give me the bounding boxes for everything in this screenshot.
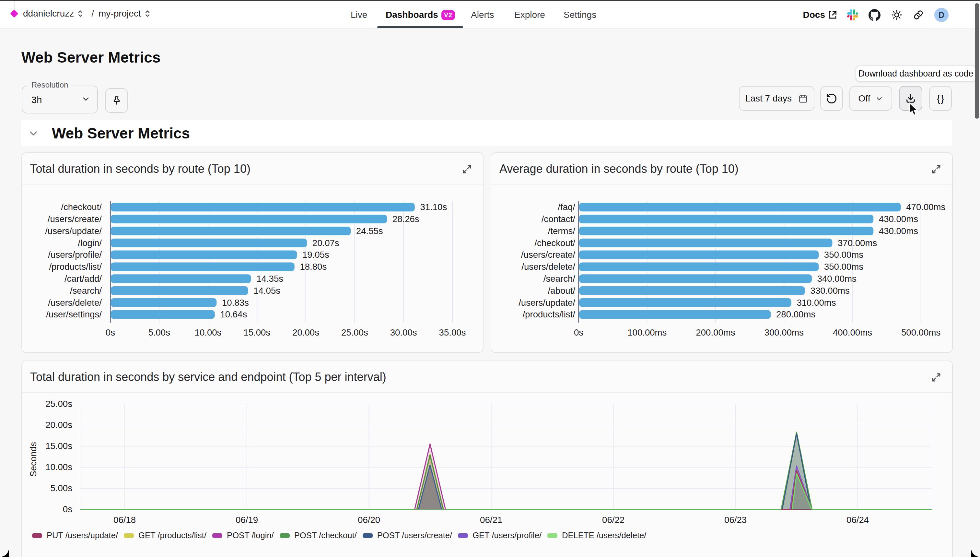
- svg-text:24.55s: 24.55s: [356, 226, 383, 236]
- svg-text:330.00ms: 330.00ms: [811, 285, 850, 295]
- svg-text:31.10s: 31.10s: [420, 202, 447, 212]
- svg-text:28.26s: 28.26s: [392, 214, 419, 224]
- svg-text:/cart/add/: /cart/add/: [64, 274, 101, 284]
- svg-text:0s: 0s: [574, 327, 583, 337]
- svg-text:470.00ms: 470.00ms: [906, 202, 945, 212]
- svg-text:300.00ms: 300.00ms: [764, 327, 804, 337]
- svg-text:0s: 0s: [105, 327, 115, 337]
- svg-text:0s: 0s: [63, 504, 72, 514]
- svg-text:20.07s: 20.07s: [312, 238, 339, 248]
- svg-text:10.00s: 10.00s: [195, 327, 221, 337]
- svg-text:15.00s: 15.00s: [244, 327, 270, 337]
- svg-text:500.00ms: 500.00ms: [901, 327, 941, 337]
- svg-text:5.00s: 5.00s: [148, 327, 170, 337]
- svg-text:/users/update/: /users/update/: [45, 226, 102, 236]
- svg-text:14.05s: 14.05s: [254, 285, 280, 295]
- svg-text:18.80s: 18.80s: [300, 262, 327, 272]
- svg-text:400.00ms: 400.00ms: [833, 327, 872, 337]
- svg-text:30.00s: 30.00s: [390, 327, 417, 337]
- svg-text:10.00s: 10.00s: [46, 462, 72, 472]
- svg-text:/users/create/: /users/create/: [47, 214, 101, 224]
- svg-text:20.00s: 20.00s: [46, 420, 72, 430]
- svg-text:10.64s: 10.64s: [220, 309, 247, 319]
- svg-text:06/21: 06/21: [480, 515, 502, 525]
- svg-text:/contact/: /contact/: [541, 214, 575, 224]
- svg-text:370.00ms: 370.00ms: [838, 238, 877, 248]
- svg-text:/products/list/: /products/list/: [522, 309, 575, 319]
- svg-text:/login/: /login/: [78, 238, 102, 248]
- svg-text:/products/list/: /products/list/: [49, 262, 102, 272]
- svg-text:430.00ms: 430.00ms: [879, 214, 918, 224]
- svg-text:310.00ms: 310.00ms: [796, 297, 836, 307]
- svg-text:/about/: /about/: [548, 285, 575, 295]
- svg-text:/user/settings/: /user/settings/: [46, 309, 102, 319]
- svg-text:14.35s: 14.35s: [256, 274, 283, 284]
- svg-text:5.00s: 5.00s: [50, 483, 72, 493]
- svg-text:25.00s: 25.00s: [341, 327, 368, 337]
- svg-text:/checkout/: /checkout/: [535, 238, 575, 248]
- svg-text:06/20: 06/20: [358, 515, 380, 525]
- svg-text:20.00s: 20.00s: [292, 327, 319, 337]
- svg-text:06/22: 06/22: [602, 515, 624, 525]
- svg-text:/terms/: /terms/: [548, 226, 575, 236]
- svg-text:100.00ms: 100.00ms: [627, 327, 666, 337]
- svg-text:06/23: 06/23: [724, 515, 747, 525]
- svg-text:15.00s: 15.00s: [46, 441, 72, 451]
- svg-text:/checkout/: /checkout/: [61, 202, 102, 212]
- svg-text:Seconds: Seconds: [28, 442, 38, 477]
- svg-text:350.00ms: 350.00ms: [824, 262, 863, 272]
- svg-text:200.00ms: 200.00ms: [696, 327, 735, 337]
- svg-text:/users/update/: /users/update/: [518, 297, 575, 307]
- svg-text:35.00s: 35.00s: [439, 327, 466, 337]
- svg-text:280.00ms: 280.00ms: [776, 309, 815, 319]
- svg-text:/users/delete/: /users/delete/: [522, 262, 575, 272]
- svg-text:340.00ms: 340.00ms: [817, 274, 856, 284]
- svg-text:/users/delete/: /users/delete/: [48, 297, 102, 307]
- svg-text:06/18: 06/18: [114, 515, 136, 525]
- svg-text:19.05s: 19.05s: [302, 250, 329, 260]
- svg-text:430.00ms: 430.00ms: [879, 226, 918, 236]
- svg-text:10.83s: 10.83s: [222, 297, 249, 307]
- svg-text:350.00ms: 350.00ms: [824, 250, 863, 260]
- svg-text:/search/: /search/: [70, 285, 101, 295]
- svg-text:/faq/: /faq/: [558, 202, 575, 212]
- svg-text:/users/profile/: /users/profile/: [48, 250, 102, 260]
- svg-text:25.00s: 25.00s: [46, 399, 72, 409]
- svg-text:06/19: 06/19: [236, 515, 258, 525]
- svg-text:/search/: /search/: [543, 274, 575, 284]
- svg-text:06/24: 06/24: [847, 515, 869, 525]
- svg-text:/users/create/: /users/create/: [521, 250, 575, 260]
